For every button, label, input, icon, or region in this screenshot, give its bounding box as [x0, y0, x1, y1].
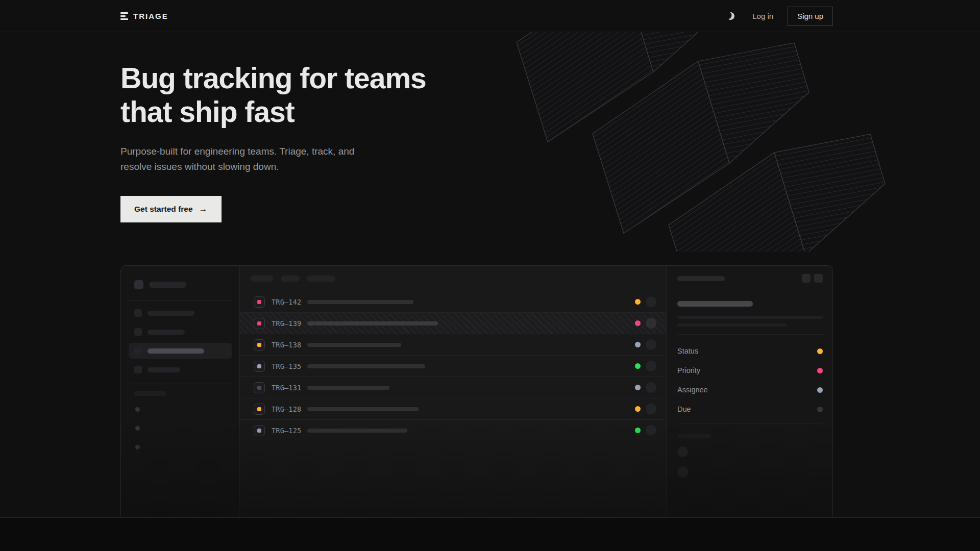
theme-toggle-button[interactable]	[723, 9, 738, 24]
issue-row: TRG–138	[240, 334, 666, 356]
issue-title-skeleton	[307, 429, 407, 433]
comment-avatar	[677, 466, 689, 478]
nav-icon	[134, 347, 142, 355]
status-dot	[635, 299, 641, 305]
field-label: Due	[677, 405, 691, 413]
sidebar-dot	[135, 407, 140, 412]
navbar: TRIAGE Log in Sign up	[0, 0, 980, 32]
priority-icon	[254, 296, 265, 308]
issue-row: TRG–135	[240, 356, 666, 377]
page-title: Bug tracking for teams that ship fast	[120, 61, 426, 129]
field-row: Priority	[677, 361, 823, 380]
get-started-button[interactable]: Get started free →	[120, 196, 222, 222]
priority-icon	[254, 404, 265, 415]
field-label: Status	[677, 347, 698, 355]
issue-row: TRG–125	[240, 420, 666, 441]
assignee-avatar	[646, 382, 656, 393]
status-dot	[635, 406, 641, 412]
hero-section: Bug tracking for teams that ship fast Pu…	[120, 61, 426, 222]
issue-row: TRG–142	[240, 291, 666, 313]
workspace-avatar	[134, 280, 143, 289]
next-section-band	[0, 517, 980, 551]
issue-title-skeleton	[307, 343, 401, 347]
nav-label-skeleton	[148, 311, 194, 316]
status-dot	[635, 363, 641, 369]
assignee-avatar	[646, 339, 656, 350]
issue-title-skeleton	[307, 364, 425, 368]
issue-title-skeleton	[307, 300, 413, 304]
panel-action-button	[802, 274, 811, 283]
section-label-skeleton	[134, 391, 166, 396]
priority-icon	[254, 382, 265, 393]
issue-detail-panel: Status Priority Assignee Due	[666, 266, 832, 517]
nav-label-skeleton	[148, 348, 204, 354]
sidebar-item	[129, 362, 232, 378]
status-dot	[635, 385, 641, 390]
sidebar-item	[129, 305, 232, 321]
field-row: Due	[677, 399, 823, 419]
wireframe-decoration	[490, 32, 898, 252]
assignee-avatar	[646, 425, 656, 436]
due-dot	[817, 407, 823, 412]
panel-action-button	[814, 274, 823, 283]
issue-id: TRG–139	[272, 319, 301, 328]
signup-button[interactable]: Sign up	[788, 7, 833, 26]
hero-subtitle: Purpose-built for engineering teams. Tri…	[120, 144, 378, 174]
field-row: Assignee	[677, 380, 823, 399]
status-dot	[635, 428, 641, 433]
issue-id: TRG–128	[272, 405, 301, 413]
issue-row: TRG–128	[240, 398, 666, 420]
filter-chip-skeleton	[307, 276, 335, 282]
comments-label-skeleton	[677, 434, 710, 438]
sidebar-item	[129, 324, 232, 340]
filter-chip-skeleton	[281, 276, 300, 282]
issue-title-skeleton	[307, 321, 438, 325]
issue-title-skeleton	[307, 407, 419, 411]
breadcrumb-skeleton	[677, 276, 725, 281]
comment-avatar	[677, 446, 688, 457]
filter-chip-skeleton	[250, 276, 274, 282]
assignee-avatar	[646, 296, 656, 307]
brand-logo[interactable]: TRIAGE	[120, 12, 168, 20]
list-filter-bar	[240, 266, 666, 291]
sidebar-divider	[129, 300, 232, 301]
field-row: Status	[677, 341, 823, 361]
issue-id: TRG–138	[272, 341, 301, 349]
issue-id: TRG–131	[272, 384, 301, 392]
sidebar-dot	[135, 426, 140, 431]
issue-row: TRG–139	[240, 313, 666, 334]
sidebar-divider	[129, 384, 232, 384]
field-label: Priority	[677, 366, 700, 374]
priority-icon	[254, 318, 265, 329]
description-line-skeleton	[677, 316, 823, 319]
nav-icon	[134, 366, 142, 373]
login-link[interactable]: Log in	[752, 12, 773, 20]
nav-label-skeleton	[148, 367, 180, 372]
issue-row: TRG–131	[240, 377, 666, 398]
sidebar-item-active	[129, 343, 232, 359]
title-line-1: Bug tracking for teams	[120, 61, 426, 95]
issue-id: TRG–135	[272, 362, 301, 370]
priority-icon	[254, 339, 265, 350]
priority-icon	[254, 425, 265, 436]
field-label: Assignee	[677, 386, 708, 394]
assignee-avatar	[646, 318, 656, 329]
field-list: Status Priority Assignee Due	[677, 335, 823, 419]
sidebar-dot	[135, 445, 140, 449]
priority-icon	[254, 361, 265, 372]
description-line-skeleton	[677, 323, 787, 327]
detail-divider	[677, 423, 823, 423]
status-dot	[635, 320, 641, 326]
assignee-avatar	[646, 404, 656, 414]
nav-icon	[134, 309, 142, 317]
workspace-switcher	[129, 276, 232, 293]
issue-id: TRG–125	[272, 427, 301, 435]
moon-icon	[726, 11, 735, 20]
issue-title-skeleton	[307, 386, 389, 390]
title-line-2: that ship fast	[120, 95, 426, 129]
arrow-right-icon: →	[199, 204, 208, 214]
triage-logo-icon	[120, 12, 128, 20]
issue-title-skeleton	[677, 301, 753, 307]
status-dot	[635, 342, 641, 347]
assignee-dot	[817, 387, 823, 393]
